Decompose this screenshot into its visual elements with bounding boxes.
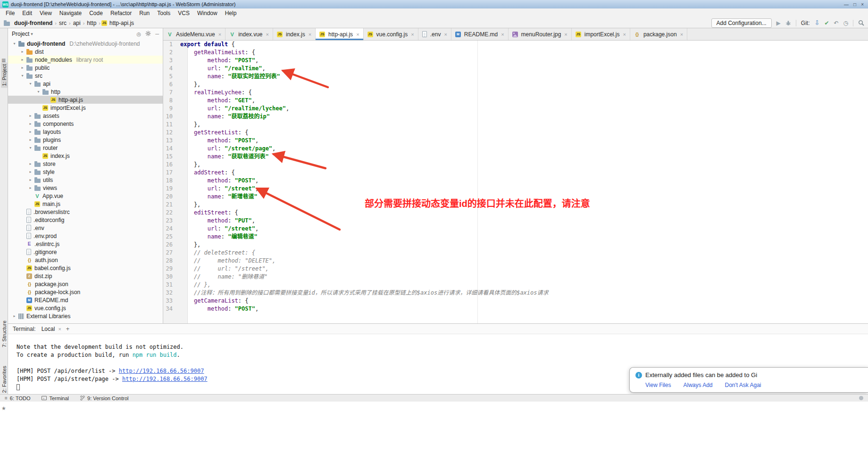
chevron-right-icon[interactable]: ▸ [20,58,25,62]
line-number[interactable]: 2 [163,49,180,57]
menu-navigate[interactable]: Navigate [56,9,85,17]
tree-item-main-js[interactable]: JSmain.js [8,200,163,208]
line-number[interactable]: 21 [163,201,180,209]
tree-item-dist-zip[interactable]: Zdist.zip [8,272,163,280]
terminal-link[interactable]: http://192.168.66.56:9007 [122,376,208,382]
tool-windows-grid-icon[interactable]: ▦ [1,58,6,63]
tab-index-vue[interactable]: Vindex.vue× [225,28,273,40]
breadcrumb-item-src[interactable]: src [58,20,68,26]
tree-item-views[interactable]: ▸views [8,184,163,192]
chevron-down-icon[interactable]: ▾ [20,74,25,78]
project-panel-title[interactable]: Project [12,31,29,37]
tab-http-api-js[interactable]: JShttp-api.js× [316,28,363,40]
line-number[interactable]: 30 [163,273,180,281]
git-rollback-button[interactable]: ↶ [834,20,838,26]
tab-menurouter-jpg[interactable]: menuRouter.jpg× [509,28,572,40]
status-item-terminal[interactable]: >_Terminal [42,395,69,401]
line-number[interactable]: 33 [163,297,180,305]
breadcrumb-item-api[interactable]: api [72,20,82,26]
tab-importexcel-js[interactable]: JSimportExcel.js× [572,28,630,40]
tree-item-http-api-js[interactable]: JShttp-api.js [8,96,163,104]
tree-item-api[interactable]: ▾api [8,80,163,88]
menu-tools[interactable]: Tools [153,9,174,17]
tab-asidemenu-vue[interactable]: VAsideMenu.vue× [163,28,225,40]
tree-item-importexcel-js[interactable]: JSimportExcel.js [8,104,163,112]
close-button[interactable]: × [861,2,864,7]
minimize-button[interactable]: — [844,2,849,7]
add-configuration-button[interactable]: Add Configuration... [711,18,772,28]
line-number[interactable]: 14 [163,145,180,153]
breadcrumb-item-http[interactable]: http [85,20,98,26]
line-number[interactable]: 25 [163,233,180,241]
debug-bug-icon[interactable] [785,20,791,26]
line-number[interactable]: 20 [163,193,180,201]
tab-package-json[interactable]: {}package.json× [630,28,687,40]
line-number[interactable]: 27 [163,249,180,257]
close-tab-icon[interactable]: × [411,32,414,37]
line-number[interactable]: 3 [163,57,180,65]
tree-item-vue-config-js[interactable]: JSvue.config.js [8,304,163,312]
notification-link-always-add[interactable]: Always Add [683,382,712,388]
git-commit-button[interactable]: ✔ [824,20,829,26]
tree-item-env[interactable]: .env [8,224,163,232]
tree-item-dist[interactable]: ▸dist [8,48,163,56]
menu-view[interactable]: View [36,9,56,17]
favorites-star-icon[interactable]: ★ [1,405,6,411]
line-number[interactable]: 32 [163,289,180,297]
tree-item-src[interactable]: ▾src [8,72,163,80]
tree-item-gitignore[interactable]: .gitignore [8,248,163,256]
close-tab-icon[interactable]: × [309,32,311,37]
tree-item-store[interactable]: ▸store [8,160,163,168]
chevron-down-icon[interactable]: ▾ [36,90,41,94]
tree-item-http[interactable]: ▾http [8,88,163,96]
line-number[interactable]: 17 [163,169,180,177]
code-editor[interactable]: 1export default {2 getRealTimeList: {3 m… [163,41,868,323]
line-number[interactable]: 4 [163,65,180,73]
tree-item-env-prod[interactable]: .env.prod [8,232,163,240]
chevron-down-icon[interactable]: ▾ [12,41,17,46]
tree-item-app-vue[interactable]: VApp.vue [8,192,163,200]
line-number[interactable]: 18 [163,177,180,185]
tree-item-browserslistrc[interactable]: .browserslistrc [8,208,163,216]
line-number[interactable]: 16 [163,161,180,169]
tree-item-duoji-frontend[interactable]: ▾duoji-frontendD:\zheheWeb\duoji-fronten… [8,40,163,48]
run-button[interactable]: ▶ [776,20,781,26]
tree-item-router[interactable]: ▾router [8,144,163,152]
line-number[interactable]: 28 [163,257,180,265]
event-log-icon[interactable] [859,396,863,400]
chevron-down-icon[interactable]: ▾ [28,146,33,150]
close-tab-icon[interactable]: × [444,32,447,37]
tree-item-assets[interactable]: ▸assets [8,112,163,120]
tab-vue-config-js[interactable]: JSvue.config.js× [364,28,418,40]
tree-item-public[interactable]: ▸public [8,64,163,72]
line-number[interactable]: 13 [163,137,180,145]
chevron-right-icon[interactable]: ▸ [12,314,17,318]
close-tab-icon[interactable]: × [623,32,626,37]
line-number[interactable]: 5 [163,73,180,81]
breadcrumb-item-http-api-js[interactable]: http-api.js [108,20,135,26]
search-everywhere-button[interactable] [858,20,864,26]
tool-stripe-1-project[interactable]: 1: Project [1,62,8,88]
hide-panel-button[interactable]: ─ [155,31,159,37]
chevron-right-icon[interactable]: ▸ [28,138,33,142]
chevron-right-icon[interactable]: ▸ [20,66,25,70]
line-number[interactable]: 15 [163,153,180,161]
git-update-button[interactable]: ⇩ [814,19,819,26]
line-number[interactable]: 11 [163,121,180,129]
tree-item-editorconfig[interactable]: .editorconfig [8,216,163,224]
close-tab-icon[interactable]: × [564,32,567,37]
terminal-link[interactable]: http://192.168.66.56:9007 [119,368,204,374]
line-number[interactable]: 23 [163,217,180,225]
history-button[interactable]: ◷ [843,20,848,26]
line-number[interactable]: 7 [163,89,180,97]
line-number[interactable]: 8 [163,97,180,105]
locate-file-button[interactable]: ◎ [137,31,142,37]
tree-item-style[interactable]: ▸style [8,168,163,176]
status-item-6-todo[interactable]: ≡6: TODO [5,395,30,401]
line-number[interactable]: 10 [163,113,180,121]
tree-item-utils[interactable]: ▸utils [8,176,163,184]
line-number[interactable]: 22 [163,209,180,217]
chevron-right-icon[interactable]: ▸ [28,170,33,174]
line-number[interactable]: 31 [163,281,180,289]
chevron-down-icon[interactable]: ▾ [28,82,33,86]
